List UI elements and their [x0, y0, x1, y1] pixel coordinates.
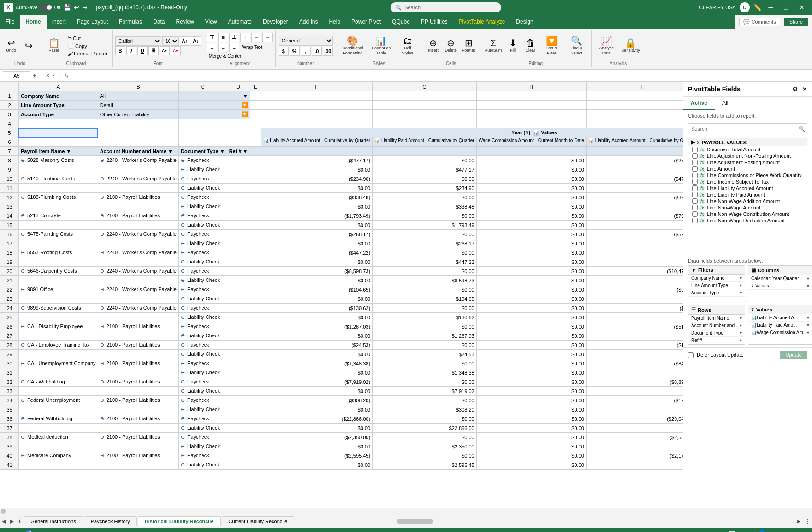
field-checkbox-line-amount[interactable] — [692, 166, 698, 172]
align-bottom-button[interactable]: ⊥ — [229, 33, 239, 42]
format-button[interactable]: ⊞ Format — [460, 37, 477, 54]
tab-data[interactable]: Data — [148, 15, 170, 29]
save-icon[interactable]: 💾 — [63, 4, 71, 11]
vertical-scrollbar[interactable] — [0, 508, 812, 514]
number-format-select[interactable]: General — [279, 36, 333, 46]
dropdown-document-type-icon[interactable]: ▾ — [740, 330, 742, 335]
bold-button[interactable]: B — [115, 46, 125, 55]
dropdown-company-name-icon[interactable]: ▾ — [740, 275, 742, 281]
text-direction-button[interactable]: ↕ — [240, 33, 250, 42]
field-checkbox-nonwage-add[interactable] — [692, 198, 698, 204]
share-button[interactable]: Share — [784, 18, 808, 26]
formula-bar-expand-icon[interactable]: ⊞ — [32, 72, 36, 78]
currency-button[interactable]: $ — [279, 47, 289, 56]
tab-qqube[interactable]: QQube — [386, 15, 415, 29]
tab-page-layout[interactable]: Page Layout — [71, 15, 113, 29]
paste-button[interactable]: 📋 Paste — [43, 37, 65, 54]
sensitivity-button[interactable]: 🔒 Sensitivity — [619, 37, 642, 54]
increase-decimal-button[interactable]: .00 — [323, 47, 333, 56]
decrease-font-button[interactable]: A↓ — [191, 36, 201, 46]
sheet-tab-current-liability[interactable]: Current Liability Reconcile — [222, 516, 295, 526]
search-box[interactable]: 🔍 Search — [391, 2, 501, 12]
cell-a2[interactable]: Line Amount Type — [19, 101, 98, 110]
filter-d7-icon[interactable]: ▼ — [243, 149, 248, 154]
dropdown-b2-icon[interactable]: 🔽 — [242, 102, 248, 108]
indent-decrease-button[interactable]: ← — [251, 33, 261, 42]
redo-icon[interactable]: ↪ — [82, 4, 88, 11]
dropdown-wage-commission-icon[interactable]: ▾ — [807, 330, 809, 335]
align-top-button[interactable]: ⊤ — [207, 33, 217, 42]
field-checkbox-adj-nonposting[interactable] — [692, 153, 698, 159]
align-middle-button[interactable]: ≡ — [218, 33, 228, 42]
function-icon[interactable]: fx — [65, 73, 69, 78]
pivot-settings-icon[interactable]: ⚙ — [792, 85, 798, 93]
tab-formulas[interactable]: Formulas — [113, 15, 148, 29]
field-checkbox-commissions[interactable] — [692, 173, 698, 178]
tab-scroll-left-button[interactable]: ◀ — [0, 518, 8, 525]
sort-filter-button[interactable]: 🔽 Sort & Filter — [539, 35, 563, 57]
col-header-h[interactable]: H — [476, 82, 586, 91]
add-sheet-button[interactable]: + — [18, 517, 22, 526]
dropdown-sigma-values-icon[interactable]: ▾ — [807, 283, 809, 288]
tab-pp-utilities[interactable]: PP Utilities — [415, 15, 453, 29]
undo-button[interactable]: ↩ Undo — [3, 37, 19, 54]
expand-icon[interactable]: ▶ — [691, 139, 695, 145]
dropdown-liability-paid-icon[interactable]: ▾ — [807, 323, 809, 328]
redo-button[interactable]: ↪ — [20, 40, 37, 51]
tab-file[interactable]: File — [0, 15, 20, 29]
tab-design[interactable]: Design — [510, 15, 539, 29]
cell-year-header[interactable]: Year (Y) 📊 Values — [261, 128, 683, 137]
dropdown-calendar-icon[interactable]: ▾ — [807, 276, 809, 281]
insert-button[interactable]: ⊕ Insert — [425, 37, 442, 54]
dropdown-b3-icon[interactable]: 🔽 — [242, 111, 248, 117]
filter-b7-icon[interactable]: ▼ — [168, 149, 173, 154]
page-break-view-button[interactable]: ⊞ — [739, 531, 743, 532]
dropdown-b1-icon[interactable]: ▼ — [243, 93, 248, 99]
cancel-formula-icon[interactable]: ✕ — [46, 72, 50, 78]
increase-font-button[interactable]: A↑ — [180, 36, 190, 46]
format-painter-button[interactable]: 🖌 Format Painter — [66, 50, 109, 57]
page-layout-view-button[interactable]: ⬜ — [729, 531, 735, 532]
undo-icon[interactable]: ↩ — [74, 4, 79, 11]
confirm-formula-icon[interactable]: ✓ — [52, 72, 56, 78]
defer-layout-checkbox[interactable] — [688, 352, 694, 358]
conditional-formatting-button[interactable]: 🎨 Conditional Formatting — [339, 35, 367, 57]
pivot-tab-all[interactable]: All — [715, 97, 735, 110]
merge-center-button[interactable]: Merge & Center — [207, 53, 273, 59]
dropdown-account-number-icon[interactable]: ▾ — [740, 323, 742, 328]
cell-d7[interactable]: Ref # ▼ — [227, 147, 250, 156]
cell-b3[interactable]: Other Current Liability — [98, 110, 178, 119]
minimize-button[interactable]: ─ — [765, 4, 777, 11]
underline-button[interactable]: U — [137, 46, 148, 55]
cell-b1[interactable]: All — [98, 91, 178, 101]
tab-scroll-right-button[interactable]: ▶ — [8, 518, 16, 525]
tab-view[interactable]: View — [200, 15, 223, 29]
tab-pivottable-analyze[interactable]: PivotTable Analyze — [453, 15, 511, 29]
dropdown-ref-icon[interactable]: ▾ — [740, 338, 742, 343]
col-header-g[interactable]: G — [373, 82, 477, 91]
field-checkbox-nonwage-ded[interactable] — [692, 218, 698, 223]
border-button[interactable]: ⊞ — [148, 46, 159, 55]
tab-help[interactable]: Help — [323, 15, 346, 29]
cut-button[interactable]: ✂ Cut — [66, 35, 109, 42]
close-button[interactable]: ✕ — [795, 4, 808, 11]
field-checkbox-income-subject[interactable] — [692, 179, 698, 185]
analyze-data-button[interactable]: 📈 Analyze Data — [594, 35, 618, 57]
col-header-e[interactable]: E — [250, 82, 261, 91]
field-checkbox-nonwage-contrib[interactable] — [692, 211, 698, 217]
sheet-tab-general-instructions[interactable]: General Instructions — [24, 516, 83, 526]
tab-automate[interactable]: Automate — [223, 15, 257, 29]
field-checkbox-adj-posting[interactable] — [692, 160, 698, 165]
comma-button[interactable]: , — [301, 47, 311, 56]
cell-b2[interactable]: Detail — [98, 101, 178, 110]
format-as-table-button[interactable]: 📊 Format as Table — [367, 35, 395, 57]
col-header-i[interactable]: I — [586, 82, 683, 91]
dropdown-payroll-item-icon[interactable]: ▾ — [740, 316, 742, 321]
dropdown-line-amount-type-icon[interactable]: ▾ — [740, 283, 742, 288]
col-header-a[interactable]: A — [19, 82, 98, 91]
tab-insert[interactable]: Insert — [47, 15, 71, 29]
tab-addins[interactable]: Add-ins — [294, 15, 324, 29]
field-checkbox-liability-accrued[interactable] — [692, 185, 698, 191]
dropdown-account-type-icon[interactable]: ▾ — [740, 290, 742, 295]
align-left-button[interactable]: ≡ — [207, 43, 217, 52]
